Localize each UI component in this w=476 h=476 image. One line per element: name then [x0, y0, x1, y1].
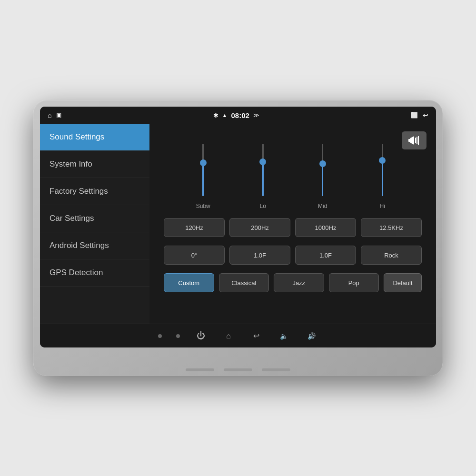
bluetooth-icon: ✱: [213, 112, 218, 119]
param-btn-1f-1[interactable]: 1.0F: [229, 246, 290, 265]
power-icon[interactable]: ⏻: [194, 329, 208, 343]
param-btn-0deg[interactable]: 0°: [164, 246, 225, 265]
channel-label-mid: Mid: [318, 203, 327, 209]
device-tab-1: [186, 368, 214, 371]
slider-track-subw[interactable]: [202, 144, 204, 196]
slider-top-subw: [202, 144, 204, 159]
default-button[interactable]: Default: [384, 273, 422, 292]
dot-icon-2: [176, 334, 180, 338]
status-time: 08:02: [231, 111, 249, 119]
sidebar-item-system-info[interactable]: System Info: [40, 151, 149, 178]
bottom-bar: ⏻ ⌂ ↩ 🔈 🔊: [40, 324, 436, 347]
preset-btn-jazz[interactable]: Jazz: [274, 273, 324, 292]
preset-row: Custom Classical Jazz Pop Default: [164, 273, 422, 292]
eq-channel-mid: Mid: [308, 144, 337, 209]
back-icon[interactable]: ↩: [423, 111, 428, 119]
sidebar-item-factory-settings[interactable]: Factory Settings: [40, 178, 149, 205]
status-bar: ⌂ ▣ ✱ ▲ 08:02 ≫ ⬜ ↩: [40, 107, 436, 124]
device-tab-2: [224, 368, 252, 371]
sidebar-item-gps-detection[interactable]: GPS Detection: [40, 259, 149, 287]
eq-sliders: Subw Lo: [164, 133, 422, 209]
slider-track-hi[interactable]: [382, 144, 383, 196]
home-bottom-icon[interactable]: ⌂: [222, 329, 235, 343]
preset-btn-pop[interactable]: Pop: [329, 273, 379, 292]
sidebar-item-car-settings[interactable]: Car Settings: [40, 205, 149, 232]
dot-icon-1: [158, 334, 162, 338]
freq-btn-120hz[interactable]: 120Hz: [164, 218, 225, 237]
device-tab-3: [262, 368, 290, 371]
param-btn-rock[interactable]: Rock: [361, 246, 422, 265]
window-icon[interactable]: ⬜: [411, 112, 418, 119]
chevron-icon: ≫: [253, 112, 259, 119]
param-row: 0° 1.0F 1.0F Rock: [164, 246, 422, 265]
recent-icon[interactable]: ▣: [56, 112, 61, 119]
slider-thumb-subw[interactable]: [200, 159, 207, 166]
freq-btn-200hz[interactable]: 200Hz: [229, 218, 290, 237]
sound-icon-button[interactable]: [402, 131, 426, 149]
preset-btn-custom[interactable]: Custom: [164, 273, 214, 292]
eq-channel-lo: Lo: [248, 144, 277, 209]
device: ⌂ ▣ ✱ ▲ 08:02 ≫ ⬜ ↩ Sound Settings: [33, 100, 443, 376]
back-bottom-icon[interactable]: ↩: [249, 329, 263, 343]
svg-marker-1: [410, 136, 414, 145]
freq-btn-1000hz[interactable]: 1000Hz: [295, 218, 356, 237]
slider-thumb-lo[interactable]: [259, 159, 266, 165]
main-content: Sound Settings System Info Factory Setti…: [40, 124, 436, 324]
sidebar-item-android-settings[interactable]: Android Settings: [40, 232, 149, 259]
slider-top-mid: [322, 144, 323, 160]
screen: ⌂ ▣ ✱ ▲ 08:02 ≫ ⬜ ↩ Sound Settings: [40, 107, 436, 347]
slider-track-lo[interactable]: [262, 144, 264, 196]
slider-thumb-hi[interactable]: [379, 157, 386, 164]
svg-rect-0: [408, 139, 410, 142]
slider-thumb-mid[interactable]: [319, 160, 326, 167]
status-center: ✱ ▲ 08:02 ≫: [213, 111, 259, 119]
status-right: ⬜ ↩: [411, 111, 428, 119]
sidebar: Sound Settings System Info Factory Setti…: [40, 124, 149, 324]
channel-label-subw: Subw: [196, 203, 210, 209]
preset-btn-classical[interactable]: Classical: [219, 273, 269, 292]
slider-top-hi: [382, 144, 383, 157]
signal-icon: ▲: [222, 112, 228, 118]
eq-channel-hi: Hi: [368, 144, 397, 209]
freq-btn-125khz[interactable]: 12.5KHz: [361, 218, 422, 237]
vol-down-icon[interactable]: 🔈: [277, 329, 290, 343]
param-btn-1f-2[interactable]: 1.0F: [295, 246, 356, 265]
sidebar-item-sound-settings[interactable]: Sound Settings: [40, 124, 149, 151]
sound-settings-content: Subw Lo: [149, 124, 436, 324]
slider-track-mid[interactable]: [322, 144, 323, 196]
device-bottom-tabs: [186, 368, 290, 371]
slider-top-lo: [262, 144, 264, 159]
eq-channel-subw: Subw: [189, 144, 218, 209]
status-left: ⌂ ▣: [48, 111, 61, 119]
freq-row: 120Hz 200Hz 1000Hz 12.5KHz: [164, 218, 422, 237]
channel-label-hi: Hi: [380, 203, 385, 209]
vol-up-icon[interactable]: 🔊: [305, 329, 318, 343]
home-icon[interactable]: ⌂: [48, 111, 51, 119]
channel-label-lo: Lo: [260, 203, 266, 209]
